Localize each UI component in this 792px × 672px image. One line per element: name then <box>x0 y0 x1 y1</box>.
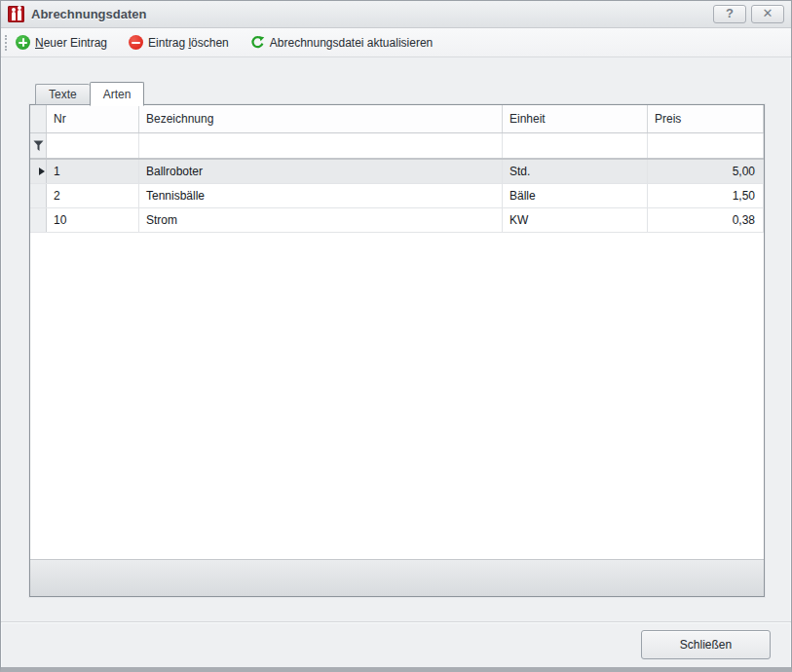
add-circle-icon <box>16 35 30 50</box>
refresh-icon <box>250 35 265 50</box>
cell-bezeichnung[interactable]: Tennisbälle <box>139 184 503 207</box>
help-button[interactable]: ? <box>713 5 746 23</box>
toolbar-grip-handle[interactable] <box>5 35 7 51</box>
cell-preis[interactable]: 5,00 <box>648 160 764 183</box>
remove-circle-icon <box>129 35 143 50</box>
filter-cell-nr[interactable] <box>47 133 139 158</box>
grid-header-row: Nr Bezeichnung Einheit Preis <box>30 105 764 133</box>
row-indicator-cell <box>30 184 47 207</box>
table-row[interactable]: 1 Ballroboter Std. 5,00 <box>30 160 764 184</box>
dialog-footer: Schließen <box>1 621 791 667</box>
app-icon-figure <box>18 10 21 20</box>
filter-indicator-cell <box>30 133 47 158</box>
filter-funnel-icon <box>33 140 44 152</box>
new-entry-button[interactable]: Neuer Eintrag <box>13 33 110 52</box>
cell-bezeichnung[interactable]: Ballroboter <box>139 160 503 183</box>
arten-grid: Nr Bezeichnung Einheit Preis 1 Ballrobot… <box>29 104 765 597</box>
column-header-preis[interactable]: Preis <box>648 105 764 132</box>
table-row[interactable]: 10 Strom KW 0,38 <box>30 208 764 233</box>
filter-cell-bezeichnung[interactable] <box>139 133 503 158</box>
table-row[interactable]: 2 Tennisbälle Bälle 1,50 <box>30 184 764 208</box>
filter-cell-einheit[interactable] <box>503 133 648 158</box>
cell-nr[interactable]: 1 <box>47 160 139 183</box>
toolbar: Neuer Eintrag Eintrag löschen Abrechnung… <box>1 28 791 57</box>
cell-einheit[interactable]: KW <box>503 208 648 232</box>
close-window-button[interactable]: ✕ <box>751 5 784 23</box>
grid-footer-bar <box>30 559 764 596</box>
cell-preis[interactable]: 1,50 <box>648 184 764 207</box>
row-indicator-cell <box>30 208 47 232</box>
cell-einheit[interactable]: Std. <box>503 160 648 183</box>
grid-empty-area <box>30 233 764 559</box>
row-focus-indicator <box>30 160 47 183</box>
tab-texte[interactable]: Texte <box>35 84 90 105</box>
column-header-nr[interactable]: Nr <box>47 105 139 132</box>
update-billing-file-button[interactable]: Abrechnungsdatei aktualisieren <box>247 33 435 52</box>
header-indicator-cell <box>30 105 47 132</box>
tab-arten[interactable]: Arten <box>90 82 145 106</box>
delete-entry-label: Eintrag löschen <box>148 36 229 50</box>
cell-preis[interactable]: 0,38 <box>648 208 764 232</box>
delete-entry-button[interactable]: Eintrag löschen <box>126 33 232 52</box>
grid-filter-row <box>30 133 764 160</box>
update-billing-file-label: Abrechnungsdatei aktualisieren <box>270 36 433 50</box>
dialog-abrechnungsdaten: Abrechnungsdaten ? ✕ Neuer Eintrag Eintr… <box>0 0 792 672</box>
window-title: Abrechnungsdaten <box>31 7 708 21</box>
row-arrow-icon <box>39 168 45 175</box>
cell-einheit[interactable]: Bälle <box>503 184 648 207</box>
cell-bezeichnung[interactable]: Strom <box>139 208 503 232</box>
app-icon-figure <box>12 12 16 20</box>
new-entry-label: Neuer Eintrag <box>35 36 107 50</box>
column-header-einheit[interactable]: Einheit <box>503 105 648 132</box>
filter-cell-preis[interactable] <box>648 133 764 158</box>
tab-strip: Texte Arten <box>35 81 144 105</box>
close-button[interactable]: Schließen <box>641 630 771 659</box>
app-icon <box>8 6 24 22</box>
cell-nr[interactable]: 2 <box>47 184 139 207</box>
title-bar[interactable]: Abrechnungsdaten ? ✕ <box>1 1 791 28</box>
column-header-bezeichnung[interactable]: Bezeichnung <box>139 105 503 132</box>
cell-nr[interactable]: 10 <box>47 208 139 232</box>
